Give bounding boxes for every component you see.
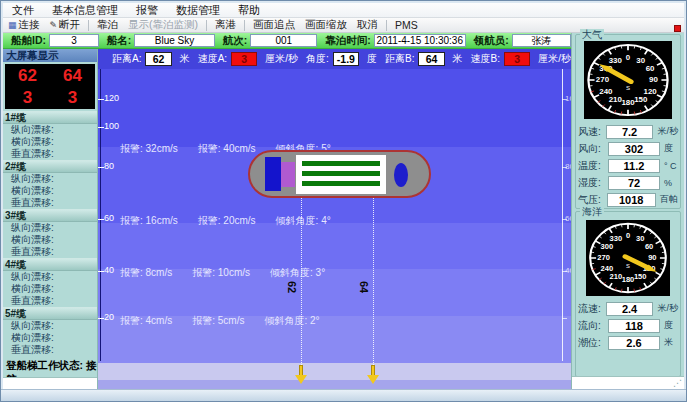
svg-text:180: 180 <box>622 276 635 285</box>
disconnect-button[interactable]: ✎ 断开 <box>45 18 86 32</box>
plot-band <box>98 223 571 269</box>
current-direction-value: 118 <box>608 319 660 333</box>
alarm-angle-4: 倾斜角度: 2° <box>264 314 319 328</box>
cable-3-header: 3#缆 <box>3 210 97 222</box>
current-speed-row: 流速: 2.4 米/秒 <box>578 300 678 317</box>
svg-text:300: 300 <box>601 243 614 252</box>
berth-button[interactable]: 靠泊 <box>92 18 123 32</box>
display-speed-a: 3 <box>23 89 32 106</box>
ship-superstructure <box>265 157 281 191</box>
alarm-led-indicator <box>674 25 681 32</box>
y-tick-label: 100 <box>104 122 119 131</box>
cargo-stripe <box>302 161 380 166</box>
left-sidebar: 大屏幕显示 62 64 3 3 1#缆 纵向漂移: 横向漂移: 垂直漂移: 2#… <box>3 49 98 389</box>
svg-text:270: 270 <box>597 254 610 263</box>
wind-speed-unit: 米/秒 <box>657 125 678 138</box>
cable-5-longitudinal-drift: 纵向漂移: <box>3 320 97 332</box>
alarm-speed-a-4: 报警: 4cm/s <box>120 314 172 328</box>
ship-deckhouse <box>281 162 295 187</box>
menu-help[interactable]: 帮助 <box>229 3 269 17</box>
voyage-label: 航次: <box>223 34 248 48</box>
current-direction-row: 流向: 118 度 <box>578 317 678 334</box>
track-point-button[interactable]: 画面追点 <box>248 18 300 32</box>
speed-b-label: 速度B: <box>471 52 500 66</box>
menu-alarm[interactable]: 报警 <box>127 3 167 17</box>
weather-group-title: 大气 <box>580 29 604 40</box>
angle-label: 角度: <box>306 52 329 66</box>
ship-name-field[interactable]: Blue Sky <box>134 34 214 47</box>
cancel-button[interactable]: 取消 <box>352 18 383 32</box>
app-window: 文件 基本信息管理 报警 数据管理 帮助 ▦ 连接 ✎ 断开 靠泊 显示(靠泊监… <box>0 0 687 402</box>
ship-id-field[interactable]: 3 <box>49 34 99 47</box>
resize-grip-icon[interactable]: ⋰ <box>673 378 682 388</box>
toolbar-separator <box>88 20 89 31</box>
speed-b-value-alarm: 3 <box>504 52 530 66</box>
sidebar-bottom-strip <box>3 377 97 389</box>
speed-b-unit: 厘米/秒 <box>538 52 571 66</box>
svg-text:30: 30 <box>636 235 644 244</box>
cable-group-1: 1#缆 纵向漂移: 横向漂移: 垂直漂移: <box>3 111 97 160</box>
wind-direction-unit: 度 <box>664 142 673 155</box>
svg-text:S: S <box>626 85 630 91</box>
pms-button[interactable]: PMS <box>390 18 423 32</box>
panel-status-strip: ⋰ <box>572 376 684 389</box>
berth-time-label: 靠泊时间: <box>325 34 371 48</box>
depart-button[interactable]: 离港 <box>210 18 241 32</box>
dist-b-value: 64 <box>418 52 444 66</box>
connect-button[interactable]: ▦ 连接 <box>3 18 45 32</box>
dock-strip <box>98 363 571 380</box>
pilot-field[interactable]: 张涛 <box>512 34 571 47</box>
svg-text:120: 120 <box>644 87 657 95</box>
sea-groupbox: 海洋 0306090120150180210240270300330S 流速: … <box>575 211 681 377</box>
dist-a-unit: 米 <box>180 52 190 66</box>
current-speed-label: 流速: <box>578 302 606 316</box>
wind-direction-label: 风向: <box>578 142 608 156</box>
cable-group-3: 3#缆 纵向漂移: 横向漂移: 垂直漂移: <box>3 209 97 258</box>
cable-3-vertical-drift: 垂直漂移: <box>3 246 97 258</box>
cable-5-vertical-drift: 垂直漂移: <box>3 344 97 356</box>
alarm-speed-a-2: 报警: 16cm/s <box>120 214 178 228</box>
y-tick-label: 80 <box>104 162 114 171</box>
current-direction-label: 流向: <box>578 319 608 333</box>
ship-bow-ellipse <box>394 163 408 187</box>
display-dist-b: 64 <box>63 67 82 84</box>
pressure-label: 气压: <box>578 193 607 207</box>
alarm-speed-a-1: 报警: 32cm/s <box>120 142 178 156</box>
current-direction-gauge: 0306090120150180210240270300330S <box>586 220 670 296</box>
svg-text:0: 0 <box>626 232 630 241</box>
display-speed-b: 3 <box>68 89 77 106</box>
ship-name-label: 船名: <box>107 34 132 48</box>
pilot-label: 领航员: <box>474 34 509 48</box>
cable-group-2: 2#缆 纵向漂移: 横向漂移: 垂直漂移: <box>3 160 97 209</box>
tide-level-value: 2.6 <box>608 336 660 350</box>
cable-1-header: 1#缆 <box>3 112 97 124</box>
menu-data[interactable]: 数据管理 <box>167 3 229 17</box>
cable-2-longitudinal-drift: 纵向漂移: <box>3 173 97 185</box>
cable-2-lateral-drift: 横向漂移: <box>3 185 97 197</box>
voyage-field[interactable]: 001 <box>250 34 317 47</box>
menu-bar: 文件 基本信息管理 报警 数据管理 帮助 <box>3 3 684 18</box>
svg-text:240: 240 <box>601 265 614 274</box>
menu-basic-info[interactable]: 基本信息管理 <box>43 3 127 17</box>
pressure-value: 1018 <box>607 193 657 207</box>
cable-2-header: 2#缆 <box>3 161 97 173</box>
alarm-speed-b-3: 报警: 10cm/s <box>192 266 250 280</box>
toolbar-separator <box>386 20 387 31</box>
current-speed-unit: 米/秒 <box>657 302 678 315</box>
alarm-speed-a-3: 报警: 8cm/s <box>120 266 172 280</box>
plot-canvas[interactable]: 120 100 80 60 40 20 100 80 60 40 报警: 32c… <box>98 69 571 389</box>
svg-text:270: 270 <box>596 76 609 84</box>
environment-panel: 大气 0306090120150180210240270300330S 风速: … <box>571 33 684 389</box>
weather-fields: 风速: 7.2 米/秒 风向: 302 度 温度: 11.2 ° C 湿度: 7… <box>578 123 678 208</box>
wind-direction-row: 风向: 302 度 <box>578 140 678 157</box>
tide-level-row: 潮位: 2.6 米 <box>578 334 678 351</box>
zoom-button[interactable]: 画面缩放 <box>300 18 352 32</box>
ship-graphic[interactable] <box>248 150 431 198</box>
svg-text:90: 90 <box>649 76 658 84</box>
menu-file[interactable]: 文件 <box>3 3 43 17</box>
wind-direction-value: 302 <box>608 142 660 156</box>
current-direction-unit: 度 <box>664 319 673 332</box>
svg-text:60: 60 <box>646 64 655 72</box>
cable-group-4: 4#缆 纵向漂移: 横向漂移: 垂直漂移: <box>3 258 97 307</box>
berth-time-field[interactable]: 2011-4-15 10:30:36 <box>374 34 466 47</box>
